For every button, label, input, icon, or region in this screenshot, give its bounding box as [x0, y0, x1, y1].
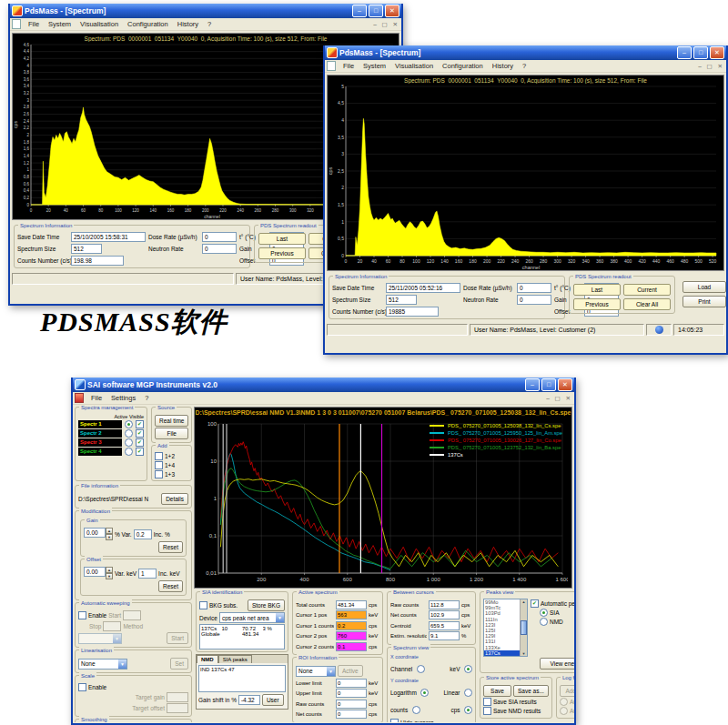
active-spectrum-value[interactable]: 563: [336, 610, 367, 619]
store-bkg-button[interactable]: Store BKG: [248, 599, 285, 611]
w3-menu-settings[interactable]: Settings: [106, 394, 140, 402]
view-energies-button[interactable]: View energies: [540, 658, 574, 670]
between-cursors-value[interactable]: 102.9: [429, 610, 460, 619]
readout-button-last[interactable]: Last: [573, 284, 621, 296]
dose-rate-value[interactable]: 0: [202, 232, 237, 242]
peaks-list-item[interactable]: 137Cs: [484, 650, 521, 656]
hide-cursors-checkbox[interactable]: [390, 719, 399, 723]
readout-button-last[interactable]: Last: [258, 233, 306, 245]
title-bar[interactable]: SAI software MGP Instruments v2.0 – □ ✕: [73, 378, 574, 392]
counts-value[interactable]: 198.98: [71, 256, 124, 266]
maximize-button[interactable]: □: [369, 5, 383, 17]
between-cursors-value[interactable]: 9.1: [429, 631, 460, 640]
size-value[interactable]: 512: [71, 244, 102, 254]
add-checkbox-14[interactable]: [155, 461, 163, 469]
save-date-value[interactable]: 25/11/2005 05:52:16: [386, 283, 460, 293]
w2-menu-history[interactable]: History: [488, 62, 518, 70]
visible-checkbox[interactable]: ✔: [136, 448, 144, 456]
peaks-list[interactable]: 99Mo99mTc103Pd111In123I125I129I131I133Xe…: [483, 599, 528, 657]
counts-value[interactable]: 19885: [386, 307, 439, 317]
source-file-button[interactable]: File: [155, 428, 188, 439]
sweep-enable-checkbox[interactable]: [78, 611, 86, 619]
w2-menu-system[interactable]: System: [359, 62, 390, 70]
active-radio[interactable]: [125, 429, 133, 438]
tab-nmd[interactable]: NMD: [197, 655, 218, 663]
active-spectrum-value[interactable]: 0.2: [336, 621, 367, 630]
minimize-button[interactable]: –: [677, 46, 692, 59]
save-date-value[interactable]: 25/10/2005 15:58:31: [71, 232, 146, 242]
bkg-subs-checkbox[interactable]: [199, 601, 207, 609]
minimize-button[interactable]: –: [352, 5, 367, 17]
peaks-scrollbar[interactable]: ▲▼: [520, 599, 527, 656]
linearisation-dropdown[interactable]: None▼: [78, 659, 127, 670]
save-sia-checkbox[interactable]: [483, 698, 491, 706]
readout-button-previous[interactable]: Previous: [573, 298, 621, 310]
action-button-print[interactable]: Print: [682, 296, 726, 307]
add-checkbox-12[interactable]: [155, 452, 163, 460]
w1-menu-history[interactable]: History: [173, 20, 203, 28]
minimize-button[interactable]: –: [525, 378, 540, 391]
cps-radio[interactable]: [464, 706, 472, 714]
user-button[interactable]: User: [262, 694, 284, 706]
close-button[interactable]: ✕: [385, 5, 399, 17]
gain-reset-button[interactable]: Reset: [158, 541, 183, 553]
offset-inc-field[interactable]: 1: [138, 569, 157, 579]
close-button[interactable]: ✕: [558, 378, 572, 391]
action-button-load[interactable]: Load: [682, 281, 726, 293]
save-as-button[interactable]: Save as...: [513, 685, 549, 697]
save-button[interactable]: Save: [483, 685, 511, 697]
w3-menu-[interactable]: ?: [140, 394, 153, 402]
w1-menu-file[interactable]: File: [24, 20, 44, 28]
sia-radio[interactable]: [540, 609, 548, 617]
active-spectrum-value[interactable]: 760: [336, 631, 367, 640]
close-button[interactable]: ✕: [710, 46, 724, 59]
kev-radio[interactable]: [464, 665, 472, 673]
title-bar[interactable]: PdsMass - [Spectrum] – □ ✕: [10, 4, 401, 18]
logarithm-radio[interactable]: [420, 689, 429, 697]
active-radio[interactable]: [125, 420, 133, 428]
offset-spinner[interactable]: 0.00▲▼: [84, 567, 113, 579]
device-dropdown[interactable]: cps peak net area▼: [219, 612, 285, 623]
gain-inc-field[interactable]: 0.2: [134, 529, 152, 539]
size-value[interactable]: 512: [386, 295, 417, 305]
readout-button-current[interactable]: Current: [623, 284, 671, 296]
channel-radio[interactable]: [417, 665, 425, 673]
roi-value[interactable]: 0: [336, 710, 367, 719]
nmd-radio[interactable]: [540, 618, 548, 626]
tab-siapeaks[interactable]: SIA peaks: [218, 655, 252, 663]
w1-menu-configuration[interactable]: Configuration: [123, 20, 173, 28]
visible-checkbox[interactable]: ✔: [136, 420, 144, 428]
sia-results-list[interactable]: 137Cs1070.723 %Globale481.34: [199, 624, 285, 649]
active-radio[interactable]: [125, 448, 133, 456]
roi-value[interactable]: 0: [336, 689, 367, 698]
maximize-button[interactable]: □: [541, 378, 556, 391]
visible-checkbox[interactable]: ✔: [136, 438, 144, 447]
roi-value[interactable]: 0: [336, 700, 367, 709]
w2-menu-[interactable]: ?: [518, 62, 531, 70]
w3-menu-file[interactable]: File: [86, 394, 106, 402]
mdi-window-controls[interactable]: – ▢ ✕: [698, 63, 724, 70]
save-nmd-checkbox[interactable]: [483, 707, 491, 715]
neutron-value[interactable]: 0: [202, 244, 237, 254]
readout-button-previous[interactable]: Previous: [258, 247, 306, 259]
w2-menu-visualisation[interactable]: Visualisation: [390, 62, 438, 70]
between-cursors-value[interactable]: 659.5: [429, 621, 460, 630]
active-radio[interactable]: [125, 438, 133, 447]
w1-menu-[interactable]: ?: [203, 20, 216, 28]
dose-rate-value[interactable]: 0: [517, 283, 551, 293]
counts-radio[interactable]: [412, 706, 420, 714]
roi-value[interactable]: 0: [336, 679, 367, 688]
w2-menu-configuration[interactable]: Configuration: [438, 62, 488, 70]
auto-peaks-checkbox[interactable]: ✔: [531, 599, 539, 608]
source-realtime-button[interactable]: Real time: [155, 415, 188, 427]
neutron-value[interactable]: 0: [517, 295, 551, 305]
mdi-window-controls[interactable]: – ▢ ✕: [546, 395, 572, 402]
scale-enable-checkbox[interactable]: [78, 683, 86, 691]
details-button[interactable]: Details: [161, 493, 188, 505]
gain-spinner[interactable]: 0.00▲▼: [84, 528, 113, 540]
roi-dropdown[interactable]: None▼: [296, 666, 336, 677]
w2-menu-file[interactable]: File: [339, 62, 359, 70]
readout-button-clearall[interactable]: Clear All: [623, 298, 671, 310]
mdi-window-controls[interactable]: – ▢ ✕: [373, 21, 399, 28]
between-cursors-value[interactable]: 112.8: [429, 600, 460, 609]
